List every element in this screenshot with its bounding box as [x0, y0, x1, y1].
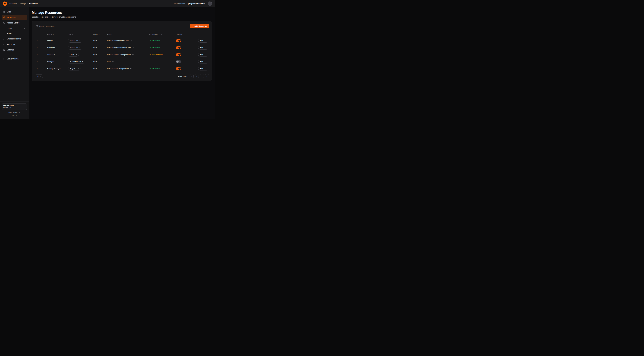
site-link[interactable]: Second Office	[68, 60, 85, 64]
card-toolbar: + Add Resource	[35, 24, 209, 28]
user-email[interactable]: joe@example.com	[188, 2, 205, 5]
add-resource-button[interactable]: + Add Resource	[190, 24, 209, 28]
row-actions-button[interactable]: ⋯	[37, 60, 39, 63]
edit-label: Edit	[200, 46, 203, 48]
resource-name: Immich	[47, 40, 68, 42]
header-name-label: Name	[47, 33, 52, 35]
app-logo[interactable]	[3, 2, 7, 6]
next-page-button[interactable]: ›	[200, 74, 204, 78]
copy-icon[interactable]	[130, 40, 132, 42]
sidebar-item-access-control[interactable]: Access Control	[2, 20, 27, 25]
header-enabled: Enabled	[176, 33, 195, 35]
enabled-toggle[interactable]	[176, 60, 181, 63]
resource-protocol: TCP	[93, 46, 106, 48]
site-link[interactable]: Edge 01	[68, 66, 81, 70]
row-actions-button[interactable]: ⋯	[37, 40, 39, 42]
open-source-label: Open Source	[8, 112, 18, 114]
header-site[interactable]: Site ⇅	[68, 33, 93, 35]
edit-label: Edit	[200, 68, 203, 70]
arrow-right-icon: →	[204, 68, 206, 70]
sidebar-item-users[interactable]: Users	[2, 26, 27, 30]
server-icon	[3, 58, 5, 60]
site-name: Home Lab	[70, 46, 78, 48]
table-row: ⋯ Authentik Office TCP https://authentik…	[35, 51, 209, 58]
edit-button[interactable]: Edit →	[198, 52, 208, 56]
site-name: Edge 01	[70, 68, 76, 70]
shield-check-icon	[149, 46, 151, 49]
page-size-select[interactable]: 20	[35, 74, 43, 78]
resource-name: Postgres	[47, 60, 68, 62]
sidebar-item-sites[interactable]: Sites	[2, 10, 27, 14]
table-footer: 20 Page 1 of 1 « ‹ › »	[35, 74, 209, 78]
sidebar: Sites Resources Access Control Users	[0, 7, 29, 119]
toggle-knob	[176, 60, 178, 63]
edit-button[interactable]: Edit →	[198, 60, 208, 64]
sidebar-item-settings[interactable]: Settings	[2, 48, 27, 52]
copy-icon[interactable]	[132, 46, 134, 48]
search-input[interactable]	[35, 24, 79, 28]
external-link-icon	[79, 40, 80, 41]
table-row: ⋯ Postgres Second Office TCP 5432 -	[35, 58, 209, 65]
enabled-toggle[interactable]	[176, 53, 181, 56]
table-body: ⋯ Immich Home Lab TCP https://immich.exa…	[35, 37, 209, 72]
page-title: Manage Resources	[32, 11, 212, 15]
first-page-button[interactable]: «	[190, 74, 194, 78]
copy-icon[interactable]	[132, 54, 134, 56]
avatar[interactable]: J	[208, 2, 212, 6]
table-row: ⋯ Immich Home Lab TCP https://immich.exa…	[35, 37, 209, 44]
breadcrumb-settings[interactable]: settings	[20, 2, 26, 5]
copy-icon[interactable]	[130, 68, 132, 70]
plus-icon: +	[192, 25, 193, 27]
row-actions-button[interactable]: ⋯	[37, 46, 39, 49]
external-link-icon	[77, 68, 79, 69]
documentation-link[interactable]: Documentation	[173, 2, 186, 5]
site-link[interactable]: Home Lab	[68, 39, 82, 42]
resources-table: Name ⇅ Site ⇅ Protocol Access Authentica	[35, 32, 209, 72]
auth-status-text: Not Protected	[152, 54, 163, 56]
page-info: Page 1 of 1	[178, 75, 187, 77]
breadcrumb-resources[interactable]: resources	[29, 2, 38, 5]
resource-protocol: TCP	[93, 68, 106, 70]
site-link[interactable]: Home Lab	[68, 46, 82, 50]
external-link-icon	[82, 61, 83, 62]
sidebar-item-roles[interactable]: Roles	[2, 31, 27, 36]
shield-check-icon	[149, 68, 151, 70]
sidebar-item-server-admin[interactable]: Server Admin	[2, 56, 27, 61]
enabled-toggle[interactable]	[176, 46, 181, 49]
previous-page-button[interactable]: ‹	[195, 74, 199, 78]
auth-cell: Protected	[149, 40, 176, 42]
header-name[interactable]: Name ⇅	[47, 33, 68, 35]
organization-selector[interactable]: Organization Home Lab	[2, 104, 27, 110]
sidebar-item-resources[interactable]: Resources	[2, 15, 27, 20]
header-authentication-label: Authentication	[149, 33, 160, 35]
breadcrumb-home-lab[interactable]: home-lab	[9, 2, 17, 5]
header-authentication[interactable]: Authentication ⇅	[149, 33, 176, 35]
row-actions-button[interactable]: ⋯	[37, 68, 39, 70]
auth-cell: Protected	[149, 46, 176, 49]
external-link-icon	[76, 54, 77, 55]
sidebar-item-api-keys[interactable]: API Keys	[2, 42, 27, 47]
arrow-right-icon: →	[204, 54, 206, 56]
site-link[interactable]: Office	[68, 52, 79, 56]
breadcrumb: home-lab › settings › resources	[9, 2, 38, 5]
auth-cell: Protected	[149, 68, 176, 70]
copy-icon[interactable]	[112, 60, 114, 62]
last-page-button[interactable]: »	[205, 74, 209, 78]
site-name: Office	[70, 54, 74, 56]
edit-label: Edit	[200, 40, 203, 42]
edit-button[interactable]: Edit →	[198, 39, 208, 42]
resource-name: Authentik	[47, 54, 68, 56]
edit-button[interactable]: Edit →	[198, 46, 208, 50]
sidebar-footer: Organization Home Lab Open Source v1.3.0	[0, 102, 29, 119]
header-protocol: Protocol	[93, 33, 106, 35]
sidebar-item-label: Roles	[7, 32, 12, 34]
row-actions-button[interactable]: ⋯	[37, 54, 39, 56]
resource-protocol: TCP	[93, 60, 106, 62]
sidebar-item-shareable-links[interactable]: Shareable Links	[2, 36, 27, 41]
enabled-toggle[interactable]	[176, 39, 181, 42]
enabled-toggle[interactable]	[176, 67, 181, 70]
auth-status-text: Protected	[152, 68, 160, 70]
shield-check-icon	[149, 40, 151, 42]
edit-button[interactable]: Edit →	[198, 66, 208, 70]
open-source-link[interactable]: Open Source	[2, 112, 27, 114]
